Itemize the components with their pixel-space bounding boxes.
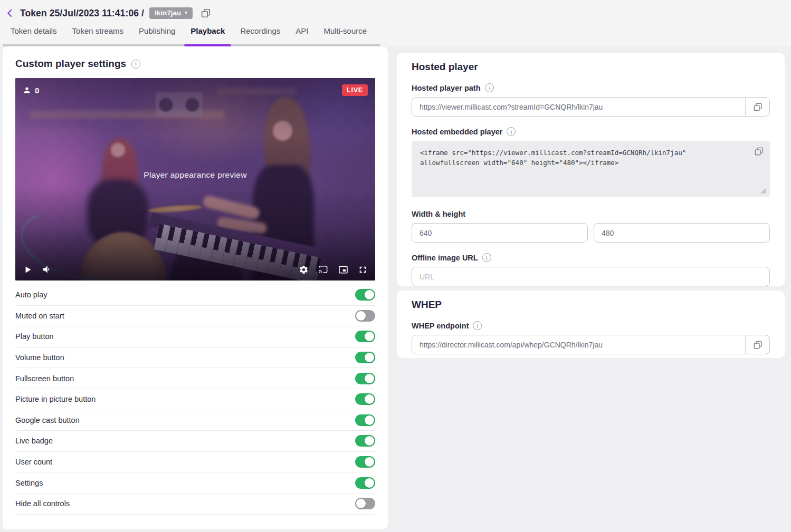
page-title: Token 25/Jul/2023 11:41:06 / [20, 8, 144, 19]
toggle-row-live-badge: Live badge [15, 431, 375, 452]
toggle-label: Play button [15, 332, 54, 341]
toggle-row-hide-all-controls: Hide all controls [15, 494, 375, 515]
hosted-player-path-field [412, 97, 770, 117]
tabs: Token detailsToken streamsPublishingPlay… [3, 22, 380, 42]
settings-gear-icon[interactable] [299, 265, 309, 275]
fullscreen-icon[interactable] [358, 265, 368, 275]
tab-publishing[interactable]: Publishing [139, 26, 175, 42]
toggle-switch[interactable] [355, 456, 375, 468]
offline-image-url-input[interactable] [412, 267, 769, 286]
page: Token 25/Jul/2023 11:41:06 / lkin7jau ▾ … [0, 0, 791, 532]
tab-token-streams[interactable]: Token streams [72, 26, 124, 42]
offline-image-url-label: Offline image URL i [412, 253, 770, 262]
custom-player-settings-heading: Custom player settings i [15, 58, 375, 70]
toggle-label: Picture in picture button [15, 395, 96, 403]
tab-token-details[interactable]: Token details [11, 26, 57, 42]
toggle-switch[interactable] [355, 289, 375, 301]
play-icon[interactable] [23, 265, 33, 275]
toggle-switch[interactable] [355, 373, 375, 384]
info-icon[interactable]: i [482, 253, 491, 262]
toggle-label: Live badge [15, 437, 53, 445]
user-count-icon [23, 86, 31, 94]
toggle-switch[interactable] [355, 498, 375, 509]
toggle-row-volume-button: Volume button [15, 347, 375, 369]
hosted-player-heading: Hosted player [412, 61, 770, 73]
toggle-label: Settings [15, 479, 43, 487]
player-control-bar [15, 258, 375, 280]
hosted-player-path-input[interactable] [412, 98, 745, 116]
toggle-list: Auto playMuted on startPlay buttonVolume… [15, 285, 375, 515]
hosted-player-path-label: Hosted player path i [412, 83, 770, 92]
toggle-switch[interactable] [355, 414, 375, 426]
tab-recordings[interactable]: Recordings [240, 26, 280, 42]
copy-token-name-button[interactable] [200, 7, 212, 19]
copy-hosted-player-path-button[interactable] [745, 98, 769, 116]
info-icon[interactable]: i [131, 60, 140, 69]
toggle-label: Hide all controls [15, 499, 70, 508]
player-controls-left [23, 264, 52, 275]
tab-api[interactable]: API [296, 26, 308, 42]
chevron-down-icon: ▾ [185, 11, 187, 15]
token-name-dropdown[interactable]: lkin7jau ▾ [149, 7, 193, 19]
tab-playback[interactable]: Playback [190, 26, 225, 42]
picture-in-picture-icon[interactable] [338, 265, 349, 275]
info-icon[interactable]: i [473, 321, 482, 330]
toggle-label: User count [15, 458, 52, 466]
custom-player-settings-panel: Custom player settings i [3, 46, 388, 529]
offline-image-url-field [412, 267, 770, 286]
toggle-switch[interactable] [355, 310, 375, 322]
info-icon[interactable]: i [507, 127, 516, 136]
hosted-embedded-player-label: Hosted embedded player i [412, 127, 770, 136]
toggle-row-picture-in-picture-button: Picture in picture button [15, 389, 375, 410]
viewer-count-value: 0 [35, 86, 39, 95]
info-icon[interactable]: i [485, 83, 494, 92]
hosted-player-panel: Hosted player Hosted player path i Hoste… [397, 53, 785, 286]
resize-grip-icon[interactable] [761, 187, 766, 196]
back-chevron-icon[interactable] [5, 8, 15, 18]
whep-heading: WHEP [412, 299, 770, 311]
toggle-row-fullscreen-button: Fullscreen button [15, 368, 375, 389]
toggle-label: Fullscreen button [15, 374, 74, 383]
whep-endpoint-input[interactable] [412, 335, 745, 354]
toggle-switch[interactable] [355, 393, 375, 405]
toggle-switch[interactable] [355, 477, 375, 489]
width-height-label: Width & height [412, 210, 770, 218]
embed-code-textarea[interactable]: <iframe src="https://viewer.millicast.co… [412, 141, 770, 197]
toggle-row-google-cast-button: Google cast button [15, 410, 375, 431]
header: Token 25/Jul/2023 11:41:06 / lkin7jau ▾ … [0, 0, 791, 46]
copy-embed-code-button[interactable] [754, 146, 764, 157]
width-input[interactable] [412, 223, 588, 243]
size-inputs [412, 223, 770, 243]
toggle-row-muted-on-start: Muted on start [15, 306, 375, 327]
toggle-switch[interactable] [355, 331, 375, 342]
google-cast-icon[interactable] [318, 265, 329, 275]
player-preview: 0 LIVE Player appearance preview [15, 78, 375, 280]
toggle-label: Auto play [15, 291, 47, 299]
toggle-row-user-count: User count [15, 452, 375, 473]
toggle-label: Google cast button [15, 416, 80, 424]
player-controls-right [299, 265, 368, 275]
volume-icon[interactable] [42, 264, 52, 275]
height-input[interactable] [594, 223, 770, 243]
viewer-count: 0 [23, 86, 39, 95]
toggle-label: Muted on start [15, 312, 64, 320]
custom-player-settings-title: Custom player settings [15, 58, 126, 70]
whep-endpoint-label: WHEP endpoint i [412, 321, 770, 330]
player-top-bar: 0 LIVE [15, 78, 375, 102]
live-badge: LIVE [342, 84, 368, 96]
whep-endpoint-field [412, 335, 770, 354]
toggle-row-settings: Settings [15, 472, 375, 494]
tab-multi-source[interactable]: Multi-source [323, 26, 367, 42]
breadcrumb: Token 25/Jul/2023 11:41:06 / lkin7jau ▾ [0, 0, 791, 19]
toggle-row-auto-play: Auto play [15, 285, 375, 306]
toggle-switch[interactable] [355, 435, 375, 447]
toggle-row-play-button: Play button [15, 326, 375, 347]
token-name: lkin7jau [155, 9, 181, 17]
toggle-label: Volume button [15, 353, 64, 362]
whep-panel: WHEP WHEP endpoint i [397, 291, 785, 358]
tab-bar: Token detailsToken streamsPublishingPlay… [3, 22, 380, 46]
copy-whep-endpoint-button[interactable] [745, 335, 769, 354]
embed-code-field: <iframe src="https://viewer.millicast.co… [412, 141, 770, 199]
toggle-switch[interactable] [355, 352, 375, 363]
player-appearance-preview-text: Player appearance preview [15, 170, 375, 180]
